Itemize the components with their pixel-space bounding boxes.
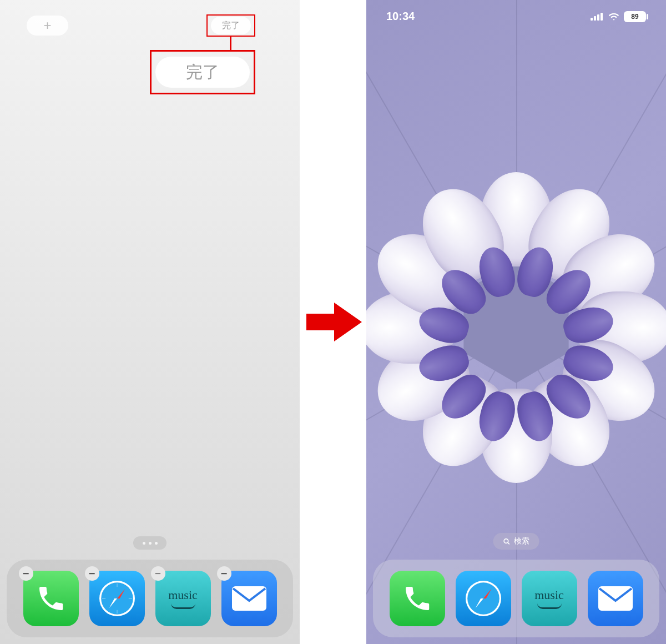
remove-badge[interactable]: −: [85, 566, 99, 581]
done-button-small[interactable]: 完了: [211, 17, 251, 34]
arrow-right-icon: [306, 300, 362, 344]
svg-marker-9: [306, 303, 362, 341]
remove-badge[interactable]: −: [217, 566, 231, 581]
mail-icon: [231, 585, 268, 612]
phone-icon: [402, 583, 433, 614]
phone-app[interactable]: [390, 571, 445, 626]
amazon-music-app[interactable]: music: [522, 571, 577, 626]
done-button-highlight-large: 完了: [150, 50, 255, 94]
music-label: music: [534, 588, 564, 602]
done-button-large[interactable]: 完了: [155, 57, 250, 88]
mail-app[interactable]: [588, 571, 643, 626]
svg-line-11: [508, 542, 509, 544]
status-bar: 10:34 89: [366, 10, 666, 23]
mail-icon: [597, 585, 634, 612]
dock-left: − − − music −: [7, 560, 293, 637]
battery-level: 89: [631, 13, 638, 21]
search-label: 検索: [514, 536, 529, 546]
svg-rect-16: [598, 586, 633, 611]
plus-icon: +: [43, 18, 51, 33]
right-phone-screen: 10:34 89 検索 music: [366, 0, 666, 644]
music-label: music: [168, 588, 198, 602]
cellular-signal-icon: [591, 13, 604, 21]
mail-app[interactable]: −: [221, 571, 277, 626]
amazon-smile-icon: [537, 603, 562, 609]
safari-app[interactable]: [456, 571, 511, 626]
safari-app[interactable]: −: [89, 571, 145, 626]
remove-badge[interactable]: −: [151, 566, 165, 581]
left-phone-screen: + 完了 完了 − − −: [0, 0, 300, 644]
spotlight-search-button[interactable]: 検索: [493, 533, 539, 550]
svg-rect-8: [232, 586, 266, 611]
battery-indicator: 89: [624, 11, 646, 22]
amazon-music-app[interactable]: − music: [155, 571, 211, 626]
callout-connector: [230, 37, 231, 50]
safari-icon: [95, 576, 139, 621]
search-icon: [503, 538, 511, 545]
phone-app[interactable]: −: [23, 571, 79, 626]
page-indicator[interactable]: [133, 536, 167, 550]
phone-icon: [36, 583, 67, 614]
svg-point-10: [504, 539, 508, 543]
done-button-highlight-small: 完了: [206, 14, 255, 37]
status-time: 10:34: [386, 10, 415, 23]
amazon-smile-icon: [171, 603, 195, 609]
remove-badge[interactable]: −: [19, 566, 33, 581]
add-widget-button[interactable]: +: [27, 16, 68, 36]
safari-icon: [461, 576, 506, 621]
dock-right: music: [373, 560, 659, 637]
wifi-icon: [608, 11, 619, 22]
